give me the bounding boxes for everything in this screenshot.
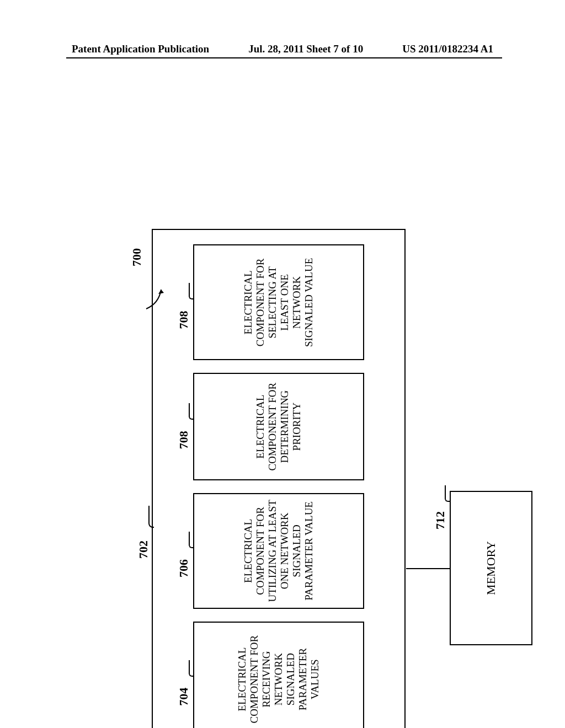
leader-line [148, 506, 154, 528]
component-708b: 708 ELECTRICAL COMPONENT FOR SELECTING A… [193, 244, 364, 360]
header-rule [66, 57, 502, 58]
header-right: US 2011/0182234 A1 [402, 43, 493, 55]
system-outer-box: 702 704 ELECTRICAL COMPONENT FOR RECEIVI… [152, 229, 406, 728]
header-center: Jul. 28, 2011 Sheet 7 of 10 [248, 43, 363, 55]
components-row: 704 ELECTRICAL COMPONENT FOR RECEIVING N… [153, 230, 404, 728]
ref-label-708a: 708 [177, 431, 191, 449]
memory-box: MEMORY [450, 491, 532, 645]
leader-line [189, 660, 194, 677]
component-704: 704 ELECTRICAL COMPONENT FOR RECEIVING N… [193, 622, 364, 728]
figure-area: 700 702 704 ELECTRICAL COMPONENT FOR REC… [72, 88, 486, 667]
ref-label-704: 704 [177, 688, 191, 706]
ref-label-702: 702 [136, 540, 151, 559]
memory-text: MEMORY [484, 541, 498, 595]
ref-label-706: 706 [177, 559, 191, 577]
component-708b-text: ELECTRICAL COMPONENT FOR SELECTING AT LE… [242, 251, 315, 354]
ref-label-708b: 708 [177, 311, 191, 329]
leader-line [189, 283, 194, 299]
leader-line [189, 532, 194, 548]
leader-line [189, 403, 194, 420]
ref-label-700: 700 [130, 248, 144, 266]
header-left: Patent Application Publication [72, 43, 209, 55]
rotated-diagram: 700 702 704 ELECTRICAL COMPONENT FOR REC… [152, 215, 406, 728]
component-708a: 708 ELECTRICAL COMPONENT FOR DETERMINING… [193, 373, 364, 480]
ref-label-712: 712 [433, 511, 447, 529]
component-706: 706 ELECTRICAL COMPONENT FOR UTILIZING A… [193, 493, 364, 609]
page-header: Patent Application Publication Jul. 28, … [0, 43, 565, 55]
connector-line [406, 568, 450, 569]
component-706-text: ELECTRICAL COMPONENT FOR UTILIZING AT LE… [242, 500, 315, 602]
component-708a-text: ELECTRICAL COMPONENT FOR DETERMINING PRI… [254, 379, 303, 474]
figure-label: FIG. 7 [560, 452, 565, 513]
component-704-text: ELECTRICAL COMPONENT FOR RECEIVING NETWO… [236, 628, 321, 728]
